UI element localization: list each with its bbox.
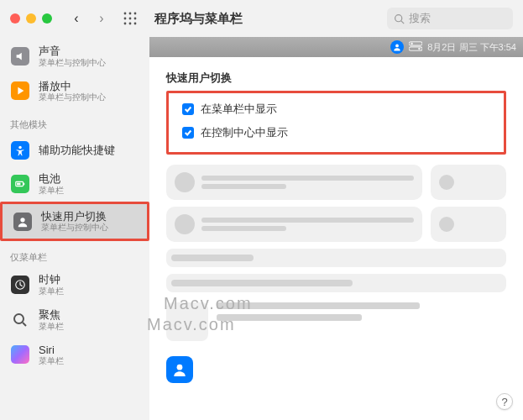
minimize-icon[interactable] — [26, 13, 36, 24]
sidebar-item-spotlight[interactable]: 聚焦菜单栏 — [0, 302, 149, 338]
svg-point-1 — [129, 13, 132, 15]
svg-point-22 — [411, 43, 413, 45]
sidebar-item-sound[interactable]: 声音菜单栏与控制中心 — [0, 39, 149, 74]
svg-point-17 — [14, 314, 24, 323]
svg-point-19 — [395, 45, 399, 48]
sidebar-header-other: 其他模块 — [0, 108, 149, 134]
forward-button: › — [92, 9, 111, 28]
svg-point-24 — [177, 365, 183, 370]
window-controls — [10, 13, 52, 24]
page-title: 程序坞与菜单栏 — [154, 11, 380, 27]
sound-icon — [11, 47, 29, 66]
svg-point-4 — [129, 18, 132, 20]
svg-point-0 — [124, 13, 127, 15]
svg-line-10 — [401, 20, 404, 23]
svg-point-15 — [20, 218, 24, 222]
user-menubar-icon — [390, 40, 404, 54]
play-icon — [11, 81, 29, 100]
search-placeholder: 搜索 — [409, 11, 431, 26]
svg-line-18 — [23, 323, 26, 326]
svg-point-5 — [134, 18, 137, 20]
spotlight-icon — [11, 311, 29, 329]
clock-icon — [11, 276, 29, 294]
sidebar-item-battery[interactable]: 电池菜单栏 — [0, 166, 149, 202]
battery-icon — [11, 175, 29, 193]
sidebar-header-menubar-only: 仅菜单栏 — [0, 241, 149, 267]
titlebar: ‹ › 程序坞与菜单栏 搜索 — [0, 0, 523, 37]
sidebar-item-siri[interactable]: Siri菜单栏 — [0, 338, 149, 373]
svg-point-23 — [418, 48, 421, 50]
svg-point-3 — [124, 18, 127, 20]
search-input[interactable]: 搜索 — [387, 8, 513, 29]
sidebar-item-accessibility[interactable]: 辅助功能快捷键 — [0, 134, 149, 166]
svg-point-9 — [395, 14, 402, 21]
options-group: 在菜单栏中显示 在控制中心中显示 — [166, 91, 506, 155]
svg-point-7 — [129, 23, 132, 25]
svg-point-6 — [124, 23, 127, 25]
zoom-icon[interactable] — [42, 13, 52, 24]
control-center-icon — [409, 41, 422, 53]
checkbox-checked-icon[interactable] — [182, 103, 194, 115]
svg-rect-14 — [17, 183, 20, 186]
show-all-icon[interactable] — [121, 9, 139, 28]
sidebar-item-clock[interactable]: 时钟菜单栏 — [0, 267, 149, 302]
menubar-preview: 8月2日 周三 下午3:54 — [149, 37, 523, 57]
close-icon[interactable] — [10, 13, 20, 24]
checkbox-checked-icon[interactable] — [182, 127, 194, 139]
siri-icon — [11, 345, 29, 364]
svg-point-11 — [18, 146, 22, 150]
option-show-in-controlcenter[interactable]: 在控制中心中显示 — [182, 125, 490, 140]
user-icon — [13, 213, 32, 231]
svg-point-8 — [134, 23, 137, 25]
datetime: 8月2日 周三 下午3:54 — [427, 41, 516, 54]
back-button[interactable]: ‹ — [67, 9, 86, 28]
main-pane: 8月2日 周三 下午3:54 快速用户切换 在菜单栏中显示 在控制中心中显示 — [149, 37, 523, 420]
option-show-in-menubar[interactable]: 在菜单栏中显示 — [182, 102, 490, 117]
user-controlcenter-icon — [166, 356, 193, 383]
accessibility-icon — [11, 141, 29, 160]
sidebar-item-nowplaying[interactable]: 播放中菜单栏与控制中心 — [0, 74, 149, 109]
section-title: 快速用户切换 — [149, 57, 523, 91]
sidebar-item-fastuser[interactable]: 快速用户切换菜单栏与控制中心 — [3, 204, 147, 239]
search-icon — [394, 13, 405, 24]
sidebar: 声音菜单栏与控制中心 播放中菜单栏与控制中心 其他模块 辅助功能快捷键 电池菜单… — [0, 37, 149, 420]
svg-point-2 — [134, 13, 137, 15]
svg-rect-13 — [24, 183, 24, 186]
help-button[interactable]: ? — [496, 393, 513, 410]
control-center-mockup — [149, 155, 523, 420]
